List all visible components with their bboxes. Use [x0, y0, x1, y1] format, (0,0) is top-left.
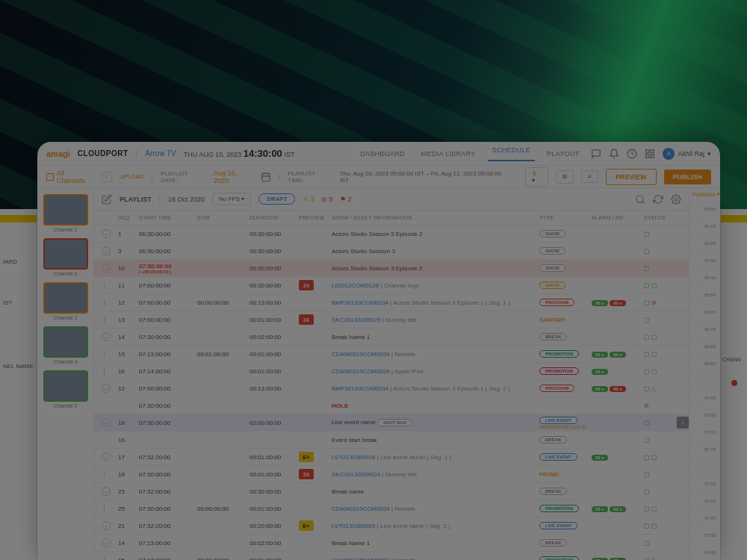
playlist-row[interactable]: –1207:00:00:0000:13:00:00BMP30183COM0034…: [94, 380, 689, 397]
expand-icon[interactable]: –: [102, 487, 111, 496]
cell-alarm: 00 s 00 s: [592, 351, 644, 358]
col-status[interactable]: STATUS: [644, 215, 681, 220]
playlist-row[interactable]: –1407:13:00:0000:02:00:00Break Name 1BRE…: [94, 535, 689, 552]
cell-preview: 24: [299, 280, 332, 290]
col-alarm[interactable]: ALARM / AD: [592, 215, 644, 220]
playlist-row[interactable]: 1107:00:00:0000:30:00:0024L02012COM0128 …: [94, 277, 689, 294]
export-button[interactable]: ⇩ ▾: [525, 167, 548, 187]
col-seq[interactable]: SEQ: [118, 215, 139, 220]
bell-icon[interactable]: [609, 149, 619, 159]
upload-button[interactable]: UPLOAD: [120, 173, 144, 180]
channel-card[interactable]: Channel 3: [42, 282, 89, 320]
settings-icon[interactable]: [671, 194, 681, 205]
playlist-row[interactable]: 1507:13:00:0000:01:00:0000:01:00:00CDAM0…: [94, 552, 689, 560]
flag-count[interactable]: ⚑ 2: [340, 196, 351, 203]
playlist-row[interactable]: –2307:32:00:0000:30:00:00Break nameBREAK…: [94, 483, 689, 500]
asset-link[interactable]: SKC20130209024: [332, 471, 380, 478]
nav-playout[interactable]: PLAYOUT: [542, 150, 583, 158]
calendar-icon[interactable]: [261, 172, 271, 182]
cell-type: LIVE EVENT: [539, 453, 592, 461]
playlist-row[interactable]: 1607:14:00:0000:01:00:00CDAM0315COM0029 …: [94, 363, 689, 380]
warning-count[interactable]: ⚠ 3: [303, 196, 314, 203]
alarm-badge: 00 s: [610, 300, 626, 306]
playlist-row[interactable]: –2107:32:20:0000:20:00:00E+LVT0130389029…: [94, 517, 689, 535]
playlist-row[interactable]: 2507:30:00:0000:00:00:0000:01:00:00CDAM0…: [94, 500, 689, 517]
timeline-tick: 07:20: [692, 475, 717, 492]
chevron-down-icon[interactable]: ▾: [717, 191, 720, 197]
playlist-row[interactable]: –1807:30:00:0002:00:00:00Live event name…: [94, 414, 689, 432]
asset-link[interactable]: L02012COM0128: [332, 282, 379, 289]
collapse-sidebar-button[interactable]: ‹: [102, 172, 112, 182]
nav-media[interactable]: MEDIA LIBRARY: [417, 150, 480, 158]
playlist-row[interactable]: –1407:30:00:0000:02:00:00Break Name 1BRE…: [94, 329, 689, 346]
expand-icon[interactable]: –: [102, 229, 111, 238]
chat-icon[interactable]: [591, 149, 601, 159]
edit-icon[interactable]: [102, 194, 112, 205]
playlist-row[interactable]: 07:30:00:00HOLE⊘: [94, 397, 689, 414]
expand-icon[interactable]: –: [102, 538, 111, 547]
grid-icon[interactable]: [645, 149, 655, 159]
col-start[interactable]: START TIME: [139, 215, 197, 220]
channel-card[interactable]: Channel 5: [42, 370, 89, 408]
col-type[interactable]: TYPE: [539, 215, 592, 220]
expand-icon[interactable]: –: [102, 264, 111, 273]
playlist-row[interactable]: 1807:30:00:0000:01:00:0024SKC20130209024…: [94, 466, 689, 483]
error-count[interactable]: ⊘ 5: [321, 196, 332, 203]
nav-schedule[interactable]: SCHEDULE: [488, 146, 535, 161]
asset-link[interactable]: LVT0130389029: [332, 523, 376, 529]
asset-link[interactable]: BMP30183COM0034: [332, 385, 388, 392]
expand-icon[interactable]: –: [102, 246, 111, 255]
col-asset[interactable]: SHOW / ASSET INFORMATION: [332, 215, 539, 220]
expand-icon[interactable]: –: [102, 452, 111, 461]
expand-icon[interactable]: –: [102, 418, 111, 427]
copy-button[interactable]: ⧉: [556, 170, 574, 184]
asset-link[interactable]: CDAM0315COM0034: [332, 351, 390, 358]
row-expand-arrow[interactable]: ›: [677, 417, 689, 429]
refresh-icon[interactable]: [653, 194, 663, 205]
asset-link[interactable]: LVT0130389029: [332, 454, 376, 461]
cell-eom: 00:00:00:00: [197, 505, 249, 512]
all-channels-toggle[interactable]: All Channels: [46, 169, 94, 184]
thumbnail-icon: E+: [299, 452, 314, 462]
list-button[interactable]: ≡: [581, 170, 598, 183]
playlist-row[interactable]: 1307:00:00:0000:01:00:0024SKC20130209029…: [94, 311, 689, 329]
user-menu[interactable]: A Akhil Raj ▾: [663, 148, 711, 160]
playlist-row[interactable]: 16Event start breakBREAK▢: [94, 432, 689, 449]
asset-link[interactable]: BMP30183COM0034: [332, 299, 388, 306]
publish-button[interactable]: PUBLISH: [664, 169, 712, 184]
type-badge: PROMOTION: [539, 505, 579, 512]
playlist-row[interactable]: –106:30:00:0000:30:00:00Actors Studio Se…: [94, 225, 689, 243]
clock-icon[interactable]: [627, 149, 637, 159]
asset-link[interactable]: CDAM0315COM0034: [332, 505, 390, 512]
cell-status: ▢ △: [644, 385, 681, 392]
col-preview[interactable]: PREVIEW: [299, 215, 332, 220]
channel-card[interactable]: Channel 1: [42, 194, 89, 232]
channel-title[interactable]: Arrow TV: [145, 149, 176, 158]
col-eom[interactable]: EOM: [197, 215, 249, 220]
expand-icon[interactable]: –: [102, 384, 111, 393]
playlist-label: PLAYLIST: [120, 196, 152, 203]
playlist-row[interactable]: –1707:32:20:0000:01:00:00E+LVT0130389029…: [94, 449, 689, 466]
expand-icon[interactable]: –: [102, 332, 111, 341]
channel-label: Channel 5: [54, 403, 78, 408]
playlist-row[interactable]: –306:30:00:0000:30:00:00Actors Studio Se…: [94, 243, 689, 260]
cell-asset: SKC20130209024 | Dummy title: [332, 471, 539, 478]
asset-link[interactable]: CDAM0315COM0034: [332, 557, 390, 561]
channel-card[interactable]: Channel 4: [42, 326, 89, 364]
expand-icon[interactable]: –: [102, 521, 111, 530]
date-picker[interactable]: Aug 10, 2020: [214, 169, 253, 184]
asset-link[interactable]: SKC20130209029: [332, 317, 380, 323]
channel-card[interactable]: Channel 2: [42, 238, 89, 276]
search-icon[interactable]: [635, 194, 645, 205]
nav-dashboard[interactable]: DASHBOARD: [356, 150, 409, 158]
col-dur[interactable]: DURATION: [249, 215, 299, 220]
playlist-row[interactable]: 1207:00:00:0000:00:00:0000:13:00:00BMP30…: [94, 294, 689, 311]
playlist-row[interactable]: 1507:13:00:0000:01:00:0000:01:00:00CDAM0…: [94, 346, 689, 363]
status-icon: ▢: [651, 454, 657, 461]
preview-button[interactable]: PREVIEW: [606, 169, 657, 185]
playlist-row[interactable]: –1007:30:00:00( +00:00:00:00 )00:30:00:0…: [94, 260, 689, 277]
cell-dur: 00:30:00:00: [249, 248, 299, 255]
asset-link[interactable]: CDAM0315COM0029: [332, 368, 390, 375]
fps-dropdown[interactable]: No FPS ▾: [212, 193, 251, 205]
type-badge: PROMOTION: [539, 556, 579, 560]
